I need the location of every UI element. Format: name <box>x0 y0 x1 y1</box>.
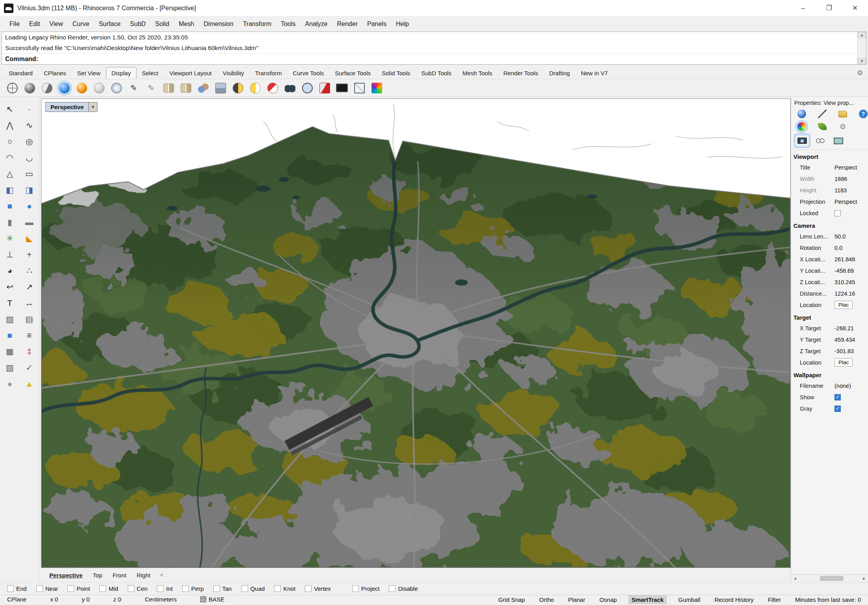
point-icon[interactable]: ∙ <box>20 102 39 116</box>
loft-icon[interactable]: ◨ <box>20 182 39 197</box>
osnap-toggle[interactable]: Quad <box>241 585 265 592</box>
toolbar-tab[interactable]: SubD Tools <box>416 67 457 79</box>
menu-item[interactable]: Tools <box>276 19 300 30</box>
osnap-toggle[interactable]: Point <box>67 585 90 592</box>
toolbar-tab[interactable]: Curve Tools <box>287 67 329 79</box>
match-properties-icon[interactable] <box>818 110 827 118</box>
status-item[interactable]: Osnap <box>597 596 619 603</box>
toolbar-tab[interactable]: Render Tools <box>498 67 543 79</box>
flower-icon[interactable]: ✳ <box>0 231 20 245</box>
shaded-mode-icon[interactable] <box>56 80 73 96</box>
hatch-icon[interactable]: ▨ <box>0 312 20 326</box>
osnap-checkbox[interactable] <box>67 585 74 592</box>
menu-item[interactable]: File <box>5 19 24 30</box>
toolbar-tab[interactable]: Viewport Layout <box>164 67 217 79</box>
viewport-tab[interactable]: Right <box>131 570 155 581</box>
osnap-checkbox[interactable] <box>36 585 43 592</box>
status-item[interactable]: Record History <box>712 596 756 603</box>
menu-item[interactable]: Surface <box>94 19 125 30</box>
osnap-toggle[interactable]: Tan <box>213 585 232 592</box>
show-checkbox[interactable] <box>834 394 841 400</box>
property-value[interactable]: 261.848 <box>834 256 868 262</box>
osnap-checkbox[interactable] <box>128 585 134 592</box>
sunlight-sphere-icon[interactable] <box>247 80 263 96</box>
osnap-toggle[interactable]: Project <box>352 585 380 592</box>
osnap-toggle[interactable]: Perp <box>182 585 204 592</box>
menu-item[interactable]: SubD <box>125 19 151 30</box>
status-item[interactable]: Planar <box>566 596 588 603</box>
osnap-checkbox[interactable] <box>241 585 248 592</box>
material-jar2-icon[interactable] <box>177 80 194 96</box>
cone-icon[interactable]: ▲ <box>20 376 39 391</box>
two-spheres-icon[interactable] <box>195 80 211 96</box>
status-item[interactable]: z 0 <box>111 596 123 603</box>
viewport-menu-arrow-icon[interactable]: ▼ <box>89 102 97 112</box>
colorcube-icon[interactable] <box>368 80 385 96</box>
status-item[interactable]: y 0 <box>79 596 92 603</box>
menu-item[interactable]: Mesh <box>174 19 199 30</box>
camera-tab-icon[interactable] <box>796 136 808 146</box>
status-item[interactable]: CPlane <box>5 596 29 603</box>
toolbar-tab[interactable]: New in V7 <box>575 67 613 79</box>
command-scrollbar[interactable]: ▲ ▼ <box>857 32 866 64</box>
toolbar-tab[interactable]: Visibility <box>217 67 250 79</box>
osnap-checkbox[interactable] <box>157 585 164 592</box>
stacked-boxes-icon[interactable] <box>212 80 229 96</box>
status-item[interactable]: BASE <box>198 596 227 603</box>
viewport-tab[interactable]: Perspective <box>44 570 88 581</box>
osnap-checkbox[interactable] <box>213 585 220 592</box>
status-item[interactable]: Grid Snap <box>496 596 528 603</box>
polyline-icon[interactable]: ⋀ <box>0 118 20 132</box>
viewport-tab[interactable]: Top <box>88 570 107 581</box>
property-value[interactable]: (none) <box>834 383 868 389</box>
menu-item[interactable]: Panels <box>362 19 391 30</box>
toolbar-tab[interactable]: CPlanes <box>38 67 72 79</box>
toolbar-tab[interactable]: Select <box>136 67 164 79</box>
gear-icon[interactable]: ⚙ <box>855 69 865 79</box>
osnap-toggle[interactable]: Mid <box>99 585 118 592</box>
redwhite-sphere-icon[interactable] <box>264 80 281 96</box>
osnap-toggle[interactable]: Int <box>157 585 173 592</box>
osnap-toggle[interactable]: End <box>7 585 27 592</box>
monochrome-sphere-icon[interactable] <box>91 80 107 96</box>
move-axis-icon[interactable]: + <box>20 247 39 261</box>
dimension-icon[interactable]: ↔ <box>20 296 39 310</box>
status-item[interactable]: x 0 <box>48 596 60 603</box>
monitor-tab-icon[interactable] <box>832 136 845 146</box>
menu-item[interactable]: Transform <box>238 19 276 30</box>
menu-item[interactable]: Dimension <box>199 19 238 30</box>
slab-icon[interactable]: ▬ <box>20 215 39 229</box>
anchor-axis-icon[interactable]: ⊥ <box>0 247 20 261</box>
toolbar-tab[interactable]: Transform <box>250 67 287 79</box>
osnap-checkbox[interactable] <box>305 585 312 592</box>
shaded-sphere-icon[interactable] <box>21 80 38 96</box>
material-icon[interactable] <box>818 123 827 130</box>
rectangle-icon[interactable]: ▭ <box>20 166 39 181</box>
ellipse-icon[interactable]: ◎ <box>20 134 39 148</box>
wirebox-icon[interactable] <box>351 80 368 96</box>
circle-icon[interactable]: ○ <box>0 134 20 148</box>
object-properties-icon[interactable] <box>797 110 806 118</box>
osnap-toggle[interactable]: Knot <box>274 585 295 592</box>
menu-item[interactable]: Help <box>391 19 414 30</box>
select-arrow-icon[interactable]: ↖ <box>0 102 20 116</box>
rendered-mode-icon[interactable] <box>73 80 90 96</box>
osnap-checkbox[interactable] <box>99 585 106 592</box>
camera-place-button[interactable]: Plac <box>834 301 853 309</box>
sphere-icon[interactable]: ● <box>20 199 39 213</box>
menu-item[interactable]: Analyze <box>301 19 332 30</box>
status-item[interactable]: Minutes from last save: 0 <box>793 596 863 603</box>
link-tab-icon[interactable] <box>814 136 827 146</box>
property-value[interactable]: 50.0 <box>834 233 868 240</box>
pan-tabs-icon[interactable]: + <box>156 571 166 579</box>
scrollbar-thumb[interactable] <box>820 576 844 581</box>
osnap-toggle[interactable]: Disable <box>389 585 418 592</box>
status-item[interactable]: Ortho <box>537 596 556 603</box>
scroll-down-icon[interactable]: ▼ <box>858 58 866 64</box>
locked-checkbox[interactable] <box>834 210 841 216</box>
artistic-pen-icon[interactable]: ✎ <box>143 80 159 96</box>
menu-item[interactable]: Edit <box>24 19 45 30</box>
osnap-toggle[interactable]: Vertex <box>305 585 331 592</box>
toolbar-tab[interactable]: Standard <box>3 67 38 79</box>
folder-icon[interactable] <box>838 111 847 117</box>
